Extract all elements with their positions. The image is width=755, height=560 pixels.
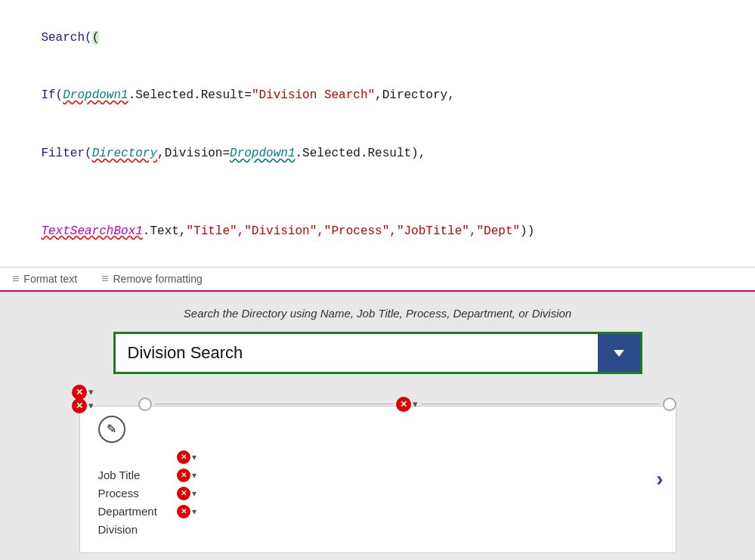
remove-formatting-label: Remove formatting bbox=[113, 273, 202, 285]
field-row-empty: ✕ ▾ bbox=[98, 450, 664, 464]
chevron-right-icon: › bbox=[656, 467, 663, 490]
code-filter-keyword: Filter( bbox=[41, 147, 91, 160]
top-delete-controls: ✕ ▾ bbox=[72, 385, 94, 400]
top-delete-x-button[interactable]: ✕ bbox=[72, 385, 87, 400]
field-row-division: Division bbox=[98, 523, 664, 536]
mid-chevron-icon[interactable]: ▾ bbox=[413, 398, 418, 410]
field-chevron-1[interactable]: ▾ bbox=[192, 452, 196, 463]
field-label-jobtitle: Job Title bbox=[98, 469, 174, 481]
field-chevron-process[interactable]: ▾ bbox=[192, 488, 196, 499]
canvas-subtitle: Search the Directory using Name, Job Tit… bbox=[184, 307, 571, 320]
field-delete-button-jobtitle[interactable]: ✕ bbox=[177, 469, 190, 482]
connector-line-bar-right bbox=[421, 404, 660, 404]
format-text-icon: ≡ bbox=[12, 272, 19, 286]
remove-formatting-icon: ≡ bbox=[101, 272, 108, 286]
next-arrow-button[interactable]: › bbox=[656, 467, 663, 491]
code-line-3: Filter(Directory,Division=Dropdown1.Sele… bbox=[12, 125, 743, 184]
dropdown-value-display: Division Search bbox=[116, 334, 598, 372]
mid-delete-x-button[interactable]: ✕ bbox=[396, 397, 411, 412]
code-line-2: If(Dropdown1.Selected.Result="Division S… bbox=[12, 67, 743, 125]
field-delete-button-process[interactable]: ✕ bbox=[177, 487, 190, 500]
connector-line-bar bbox=[155, 404, 394, 404]
code-search-keyword: Search( bbox=[41, 31, 91, 45]
canvas-area: Search the Directory using Name, Job Tit… bbox=[0, 292, 755, 560]
field-row-process: Process ✕ ▾ bbox=[98, 487, 664, 500]
field-row-department: Department ✕ ▾ bbox=[98, 505, 664, 518]
second-chevron-icon[interactable]: ▾ bbox=[88, 400, 94, 411]
format-text-label: Format text bbox=[23, 273, 77, 285]
pencil-icon: ✎ bbox=[107, 422, 116, 436]
connector-dot-left bbox=[138, 398, 152, 411]
format-text-button[interactable]: ≡ Format text bbox=[12, 272, 77, 286]
field-chevron-jobtitle[interactable]: ▾ bbox=[192, 470, 196, 481]
connector-dot-right bbox=[663, 398, 676, 411]
code-line-5: TextSearchBox1.Text,"Title","Division","… bbox=[12, 203, 743, 261]
connector-row: ✕ ▾ bbox=[138, 397, 676, 412]
code-line-1: Search(( bbox=[12, 9, 743, 67]
field-label-division: Division bbox=[98, 523, 174, 536]
field-label-department: Department bbox=[98, 505, 174, 518]
chevron-down-icon bbox=[611, 345, 627, 361]
code-line-4 bbox=[12, 183, 743, 203]
code-textsearchbox-ref: TextSearchBox1 bbox=[41, 224, 142, 238]
code-editor: Search(( If(Dropdown1.Selected.Result="D… bbox=[0, 0, 755, 268]
second-delete-x-button[interactable]: ✕ bbox=[72, 398, 87, 413]
component-container: ✕ ▾ ✕ ▾ ✕ ▾ ✎ bbox=[79, 395, 676, 560]
field-chevron-department[interactable]: ▾ bbox=[192, 506, 196, 517]
svg-marker-0 bbox=[614, 350, 624, 357]
code-dropdown1-ref2: Dropdown1 bbox=[230, 147, 295, 160]
second-delete-controls: ✕ ▾ bbox=[72, 398, 94, 413]
code-directory-ref: Directory bbox=[92, 147, 157, 160]
field-label-process: Process bbox=[98, 487, 174, 500]
top-chevron-icon[interactable]: ▾ bbox=[88, 386, 94, 398]
gallery-card: ✎ ✕ ▾ Job Title ✕ ▾ Process ✕ bbox=[79, 406, 676, 553]
code-if-keyword: If( bbox=[41, 88, 63, 102]
format-toolbar: ≡ Format text ≡ Remove formatting bbox=[0, 268, 755, 292]
code-dropdown1-ref: Dropdown1 bbox=[63, 88, 128, 102]
dropdown-control[interactable]: Division Search bbox=[113, 332, 642, 374]
field-row-jobtitle: Job Title ✕ ▾ bbox=[98, 469, 664, 482]
remove-formatting-button[interactable]: ≡ Remove formatting bbox=[101, 272, 203, 286]
field-delete-button-1[interactable]: ✕ bbox=[177, 450, 190, 464]
field-delete-button-department[interactable]: ✕ bbox=[177, 505, 190, 518]
dropdown-arrow-button[interactable] bbox=[598, 334, 640, 372]
edit-pencil-button[interactable]: ✎ bbox=[98, 416, 125, 443]
